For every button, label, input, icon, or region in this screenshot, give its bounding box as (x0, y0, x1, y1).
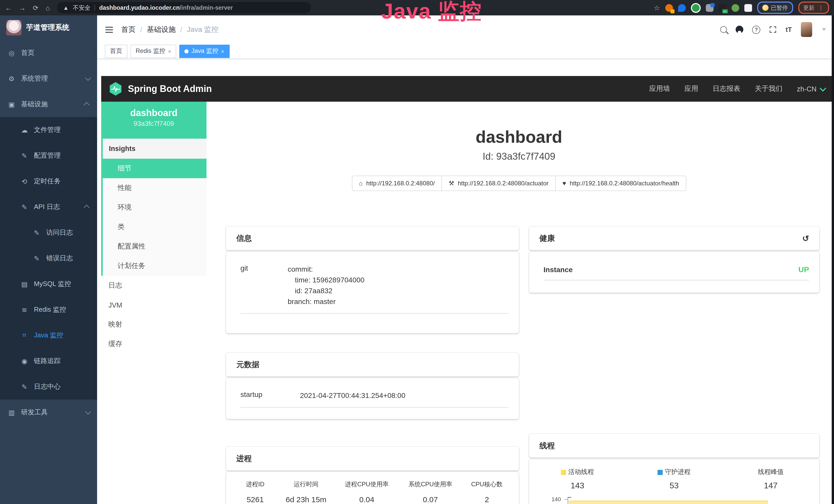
daemon-threads-value: 53 (626, 481, 722, 490)
address-bar[interactable]: ▲ 不安全 dashboard.yudao.iocoder.cn/infra/a… (57, 2, 311, 13)
live-threads-value: 143 (529, 481, 626, 490)
ext-icon-puzzle[interactable] (744, 4, 752, 12)
back-icon[interactable]: ← (5, 4, 12, 12)
active-dot (185, 49, 189, 53)
sba-item-metrics[interactable]: 性能 (103, 178, 206, 198)
sidebar-item-redis-monitor[interactable]: ≋ Redis 监控 (0, 297, 97, 322)
sidebar-item-config-mgmt[interactable]: ✎ 配置管理 (0, 143, 97, 168)
sidebar-item-home[interactable]: ◎ 首页 (0, 40, 97, 66)
info-value: commit: time: 1596289704000 id: 27aa832 … (288, 264, 365, 307)
health-card-body: Instance UP (529, 252, 819, 293)
sba-brand[interactable]: Spring Boot Admin (108, 82, 212, 96)
tab-java-monitor[interactable]: Java 监控 × (179, 44, 229, 58)
close-icon[interactable]: × (168, 48, 171, 54)
thread-stats: 活动线程 143 守护进程 53 线程峰值 14 (529, 459, 819, 490)
sidebar-item-mysql-monitor[interactable]: ▤ MySQL 监控 (0, 271, 97, 297)
sidebar-item-api-logs[interactable]: ✎ API 日志 (0, 194, 97, 220)
sidebar-item-access-logs[interactable]: ✎ 访问日志 (0, 220, 97, 246)
user-avatar[interactable] (800, 22, 812, 37)
home-icon[interactable]: ⌂ (46, 4, 50, 12)
sba-logo-icon (108, 82, 123, 96)
ext-icon-orange[interactable] (665, 4, 673, 12)
breadcrumb-infra[interactable]: 基础设施 (147, 25, 176, 34)
sba-nav-wallboard[interactable]: 应用墙 (649, 84, 670, 93)
forward-icon[interactable]: → (19, 4, 26, 12)
page-title: dashboard (206, 127, 831, 147)
sba-nav-applications[interactable]: 应用 (684, 84, 698, 93)
sba-item-details[interactable]: 细节 (103, 159, 206, 178)
tab-redis-monitor[interactable]: Redis 监控 × (130, 44, 176, 58)
sba-item-config-props[interactable]: 配置属性 (103, 237, 206, 256)
sidebar-item-file-mgmt[interactable]: ☁ 文件管理 (0, 117, 97, 143)
log-edit-icon: ✎ (21, 203, 28, 211)
sba-content: dashboard Id: 93a3fc7f7409 ⌂ http://192.… (206, 102, 831, 504)
ext-icon-dark-on[interactable]: on (719, 4, 726, 12)
security-label: 不安全 (73, 4, 90, 12)
java-monitor-icon: ⌗ (21, 331, 28, 339)
sidebar-item-infrastructure[interactable]: ▣ 基础设施 (0, 91, 97, 117)
tab-home[interactable]: 首页 (105, 44, 127, 58)
sba-item-jvm[interactable]: JVM (101, 295, 206, 315)
process-cpu: 0.04 (333, 495, 401, 504)
sidebar-item-error-logs[interactable]: ✎ 错误日志 (0, 246, 97, 271)
sba-item-classes[interactable]: 类 (103, 217, 206, 237)
breadcrumb: 首页 / 基础设施 / Java 监控 (121, 25, 219, 34)
reload-icon[interactable]: ⟳ (33, 4, 39, 12)
sidebar-item-system-mgmt[interactable]: ⚙ 系统管理 (0, 66, 97, 91)
fullscreen-icon[interactable] (769, 26, 777, 33)
ext-icon-grid[interactable] (706, 4, 713, 12)
app-logo-row[interactable]: 芋道管理系统 (0, 16, 97, 40)
font-size-icon[interactable]: tT (786, 26, 792, 33)
sba-nav-about[interactable]: 关于我们 (755, 84, 782, 93)
paused-pill[interactable]: 已暂停 (757, 2, 793, 14)
legend-daemon-threads-icon (658, 469, 663, 475)
chevron-up-icon (84, 205, 90, 211)
wrench-icon: ⚒ (449, 180, 454, 187)
process-table-values: 5261 6d 23h 15m 59s 0.04 0.07 2 (231, 495, 514, 504)
ext-icon-green-circle[interactable] (691, 3, 700, 13)
eye-icon: ◉ (21, 357, 28, 365)
metadata-key: startup (240, 390, 300, 401)
chevron-down-icon (819, 85, 826, 91)
metadata-value: 2021-04-27T00:44:31.254+08:00 (300, 390, 405, 401)
search-icon[interactable] (720, 26, 727, 33)
sidebar-item-dev-tools[interactable]: ▥ 研发工具 (0, 399, 97, 425)
bookmark-star-icon[interactable]: ☆ (654, 4, 660, 12)
breadcrumb-home[interactable]: 首页 (121, 25, 136, 34)
history-icon[interactable]: ↺ (802, 233, 809, 243)
close-icon[interactable]: × (221, 48, 224, 54)
heartbeat-icon: ♥ (563, 180, 566, 187)
emoji-face-icon (762, 5, 768, 11)
sidebar-toggle-icon[interactable] (105, 26, 113, 32)
briefcase-icon: ▥ (8, 409, 16, 416)
dashboard-icon: ◎ (8, 49, 16, 57)
instance-name: dashboard (101, 108, 206, 119)
cards-right-column: 健康 ↺ Instance UP 线程 (529, 226, 819, 504)
sba-nav-journal[interactable]: 日志报表 (712, 84, 740, 93)
metadata-card-body: startup 2021-04-27T00:44:31.254+08:00 (226, 378, 519, 419)
sba-language-select[interactable]: zh-CN (797, 85, 824, 93)
cpu-cores: 2 (460, 495, 514, 504)
avatar-caret-icon[interactable] (822, 28, 826, 31)
ext-icon-leaf[interactable] (731, 4, 739, 12)
service-url-button[interactable]: ⌂ http://192.168.0.2:48080/ (352, 176, 442, 191)
sba-item-environment[interactable]: 环境 (103, 198, 206, 217)
sidebar-item-tracing[interactable]: ◉ 链路追踪 (0, 348, 97, 374)
sba-item-caches[interactable]: 缓存 (101, 334, 206, 354)
sba-item-scheduled-tasks[interactable]: 计划任务 (103, 256, 206, 276)
actuator-url-button[interactable]: ⚒ http://192.168.0.2:48080/actuator (441, 176, 556, 191)
ext-icon-pin[interactable] (678, 4, 685, 12)
help-icon[interactable]: ? (752, 25, 760, 33)
sba-item-logs[interactable]: 日志 (101, 276, 206, 295)
process-card-header: 进程 (226, 447, 519, 471)
menu-kebab-icon[interactable]: ⋮ (818, 4, 824, 11)
sidebar-item-log-center[interactable]: ✎ 日志中心 (0, 374, 97, 399)
health-url-button[interactable]: ♥ http://192.168.0.2:48080/actuator/heal… (555, 176, 686, 191)
sba-item-mappings[interactable]: 映射 (101, 315, 206, 334)
sidebar-item-java-monitor[interactable]: ⌗ Java 监控 (0, 322, 97, 348)
log-edit-icon: ✎ (33, 254, 41, 262)
update-button[interactable]: 更新 ⋮ (798, 2, 829, 14)
sidebar-item-scheduled-jobs[interactable]: ⟲ 定时任务 (0, 168, 97, 194)
github-icon[interactable] (736, 26, 743, 33)
chevron-down-icon (85, 409, 91, 415)
